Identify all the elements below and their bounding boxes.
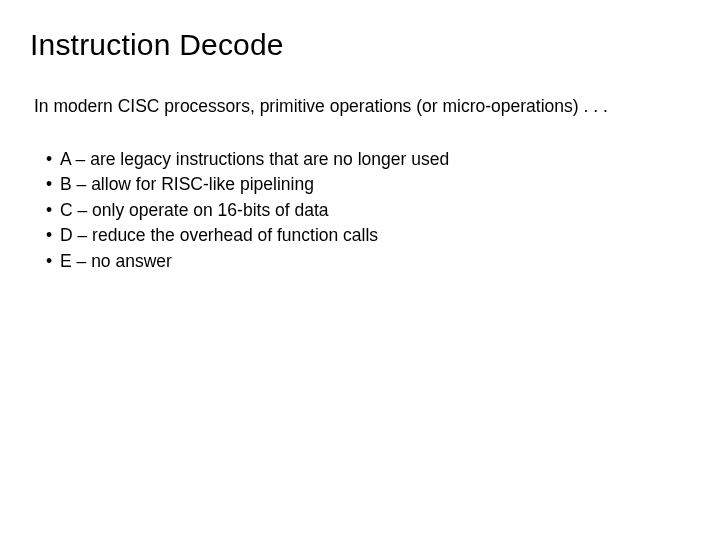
option-c: C – only operate on 16-bits of data (46, 198, 690, 223)
option-a: A – are legacy instructions that are no … (46, 147, 690, 172)
option-e: E – no answer (46, 249, 690, 274)
options-list: A – are legacy instructions that are no … (46, 147, 690, 274)
question-text: In modern CISC processors, primitive ope… (34, 96, 690, 117)
option-b: B – allow for RISC-like pipelining (46, 172, 690, 197)
slide-container: Instruction Decode In modern CISC proces… (0, 0, 720, 540)
option-d: D – reduce the overhead of function call… (46, 223, 690, 248)
slide-title: Instruction Decode (30, 28, 690, 62)
